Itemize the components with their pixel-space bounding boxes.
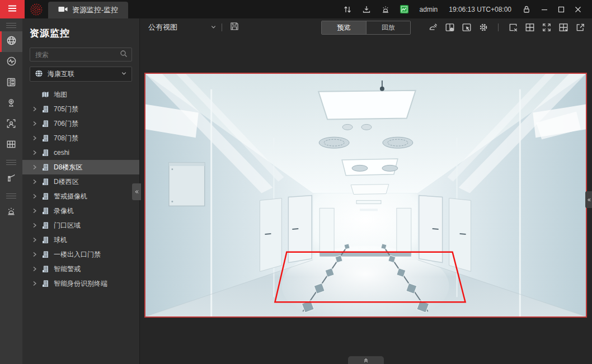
- chevron-right-icon[interactable]: [31, 237, 38, 243]
- chevron-right-icon[interactable]: [31, 251, 38, 258]
- chevron-right-icon[interactable]: [31, 149, 38, 156]
- chevron-down-icon: [121, 70, 127, 78]
- tab-resource-monitor[interactable]: 资源监控-监控: [48, 2, 128, 18]
- rail-item-dashboard[interactable]: [0, 73, 22, 93]
- resource-tree: 地图 705门禁 706门禁 708门禁 ceshi: [22, 87, 139, 291]
- app-window: 资源监控-监控 admin 19:06:13 UTC+08:00: [0, 0, 592, 364]
- org-name: 海康互联: [48, 69, 116, 79]
- building-icon: [41, 149, 49, 157]
- rail-item-health-monitor[interactable]: [0, 52, 22, 73]
- chevron-right-icon[interactable]: [31, 280, 38, 287]
- tree-item[interactable]: 录像机: [22, 204, 139, 218]
- building-icon: [41, 250, 49, 258]
- mode-toggle: 预览 回放: [321, 21, 411, 35]
- table-grid-icon: [6, 139, 16, 152]
- user-name[interactable]: admin: [414, 6, 444, 13]
- chevron-right-icon[interactable]: [31, 207, 38, 214]
- chevron-right-icon[interactable]: [31, 266, 38, 272]
- rail-separator: [6, 193, 16, 198]
- rail-item-barrier-gate[interactable]: [0, 168, 22, 189]
- playback-mode-button[interactable]: 回放: [366, 21, 410, 34]
- clock-display: 19:06:13 UTC+08:00: [443, 6, 517, 13]
- chevron-right-icon[interactable]: [31, 135, 38, 141]
- chevron-right-icon[interactable]: [31, 106, 38, 112]
- expand-up-icon: [363, 355, 369, 364]
- main-menu-button[interactable]: [0, 0, 25, 18]
- chevron-right-icon[interactable]: [31, 178, 38, 185]
- pop-out-icon[interactable]: [573, 21, 588, 34]
- transfer-icon[interactable]: [338, 5, 357, 14]
- window-config-icon[interactable]: [443, 21, 457, 34]
- tree-item-map[interactable]: 地图: [22, 87, 139, 102]
- search-input[interactable]: [34, 50, 120, 59]
- settings-gear-icon[interactable]: [476, 21, 491, 34]
- alarm-icon[interactable]: [376, 5, 395, 14]
- close-all-windows-icon[interactable]: [506, 21, 520, 34]
- chevron-right-icon[interactable]: [31, 193, 38, 200]
- sidebar-collapse-handle[interactable]: [132, 183, 141, 200]
- dashboard-icon: [6, 77, 16, 89]
- building-icon: [41, 120, 49, 127]
- fullscreen-icon[interactable]: [539, 21, 554, 34]
- building-icon: [41, 178, 49, 186]
- preview-mode-button[interactable]: 预览: [322, 21, 366, 34]
- tree-item[interactable]: 706门禁: [22, 116, 139, 131]
- toolbar-right-icons: [426, 21, 592, 34]
- tree-item[interactable]: 球机: [22, 233, 139, 247]
- tree-item[interactable]: 智能警戒: [22, 262, 139, 276]
- minimize-button[interactable]: [536, 6, 553, 13]
- grid-layout-icon[interactable]: [523, 21, 537, 34]
- download-icon[interactable]: [357, 5, 376, 14]
- titlebar-actions: admin 19:06:13 UTC+08:00: [338, 0, 592, 18]
- lock-icon[interactable]: [517, 5, 536, 14]
- rail-separator: [6, 23, 16, 28]
- close-button[interactable]: [570, 6, 586, 13]
- building-icon: [41, 221, 49, 229]
- chevron-right-icon[interactable]: [31, 120, 38, 127]
- save-view-button[interactable]: [227, 21, 242, 34]
- search-icon: [120, 50, 128, 60]
- bottom-panel-expand-handle[interactable]: [348, 356, 384, 364]
- toolbar-divider: [498, 23, 499, 31]
- tree-item[interactable]: 门口区域: [22, 218, 139, 233]
- map-icon: [41, 91, 49, 98]
- window-select-icon[interactable]: [459, 21, 474, 34]
- building-icon: [41, 163, 49, 171]
- tree-item[interactable]: 一楼出入口门禁: [22, 247, 139, 262]
- rail-item-face-recognition[interactable]: [0, 114, 22, 135]
- maximize-button[interactable]: [553, 6, 570, 13]
- chevron-down-icon: [210, 22, 217, 32]
- tree-item[interactable]: ceshi: [22, 145, 139, 160]
- barrier-gate-icon: [6, 173, 16, 185]
- chevron-right-icon[interactable]: [31, 164, 38, 171]
- rail-item-ptz-camera[interactable]: [0, 93, 22, 114]
- chevron-right-icon[interactable]: [31, 222, 38, 229]
- search-box: [30, 48, 132, 62]
- multi-window-icon[interactable]: [556, 21, 571, 34]
- view-selector[interactable]: 公有视图: [148, 22, 217, 32]
- tree-item[interactable]: 705门禁: [22, 102, 139, 116]
- menu-icon: [7, 4, 17, 15]
- tab-label: 资源监控-监控: [72, 5, 118, 15]
- tree-item-selected[interactable]: D8楼东区: [22, 160, 139, 174]
- building-icon: [41, 265, 49, 273]
- rail-item-table[interactable]: [0, 135, 22, 155]
- building-icon: [41, 280, 49, 287]
- face-frame-icon: [6, 119, 16, 131]
- alarm-beacon-icon: [6, 206, 16, 219]
- stream-icon[interactable]: [426, 21, 440, 34]
- rail-separator: [6, 160, 16, 165]
- rail-item-alarm-center[interactable]: [0, 202, 22, 223]
- monitor-green-icon[interactable]: [395, 4, 414, 14]
- rail-item-resource-monitor[interactable]: [0, 31, 22, 52]
- tree-item[interactable]: D楼西区: [22, 174, 139, 189]
- building-icon: [41, 236, 49, 244]
- tree-item[interactable]: 警戒摄像机: [22, 189, 139, 204]
- video-tile-corridor[interactable]: [144, 73, 587, 318]
- ptz-camera-icon: [6, 98, 16, 110]
- globe-icon: [6, 35, 17, 48]
- right-panel-expand-handle[interactable]: [585, 191, 592, 208]
- tree-item[interactable]: 智能身份识别终端: [22, 276, 139, 291]
- org-selector[interactable]: 海康互联: [30, 67, 132, 82]
- tree-item[interactable]: 708门禁: [22, 131, 139, 145]
